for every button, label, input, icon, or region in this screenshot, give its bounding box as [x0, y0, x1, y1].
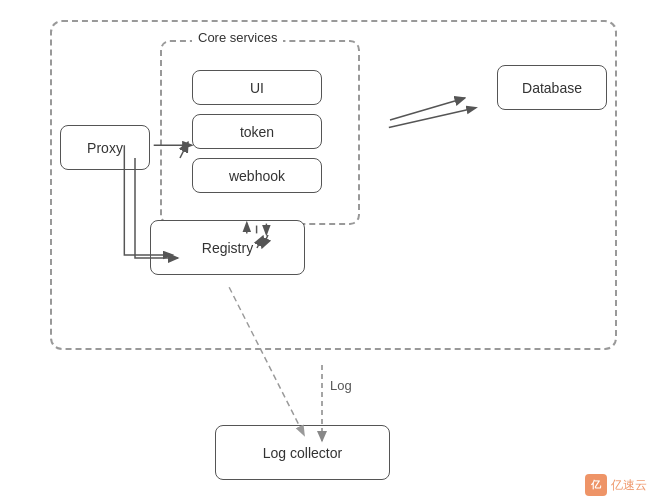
database-label: Database — [522, 80, 582, 96]
webhook-box: webhook — [192, 158, 322, 193]
registry-box: Registry — [150, 220, 305, 275]
token-label: token — [240, 124, 274, 140]
ui-label: UI — [250, 80, 264, 96]
ui-box: UI — [192, 70, 322, 105]
core-services-box: Core services UI token webhook — [160, 40, 360, 225]
watermark-icon: 亿 — [585, 474, 607, 496]
proxy-box: Proxy — [60, 125, 150, 170]
token-box: token — [192, 114, 322, 149]
webhook-label: webhook — [229, 168, 285, 184]
watermark-text: 亿速云 — [611, 477, 647, 494]
database-box: Database — [497, 65, 607, 110]
core-services-label: Core services — [192, 30, 283, 45]
watermark: 亿 亿速云 — [585, 474, 647, 496]
log-collector-label: Log collector — [263, 445, 342, 461]
diagram-container: Core services UI token webhook Proxy Dat… — [20, 10, 647, 494]
registry-label: Registry — [202, 240, 253, 256]
proxy-label: Proxy — [87, 140, 123, 156]
log-collector-box: Log collector — [215, 425, 390, 480]
log-label: Log — [330, 378, 352, 393]
